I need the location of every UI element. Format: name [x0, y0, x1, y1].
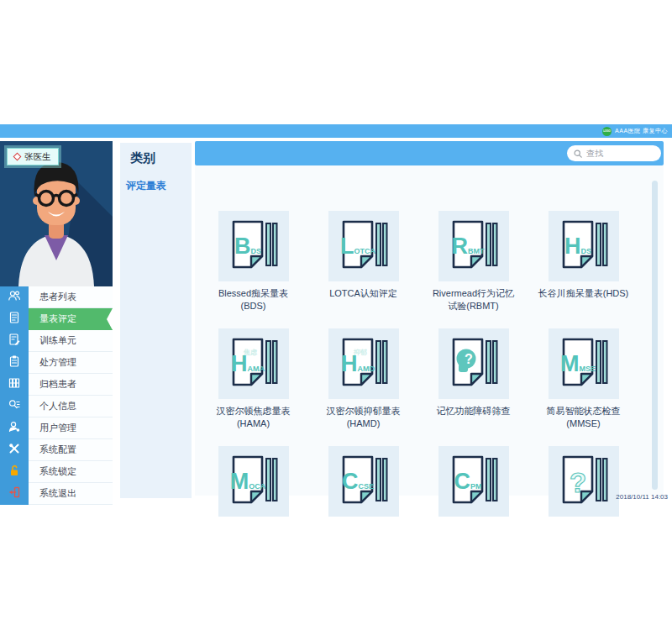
- svg-text:?: ?: [465, 352, 473, 366]
- user-name: 张医生: [24, 151, 51, 163]
- scale-card[interactable]: MMSE 简易智能状态检查(MMSE): [528, 328, 638, 446]
- scale-card-label: 汉密尔顿焦虑量表(HAMA): [217, 405, 291, 430]
- current-user-badge[interactable]: 张医生: [7, 148, 59, 165]
- category-item-assessment-scales[interactable]: 评定量表: [126, 179, 192, 193]
- document-stack-icon: MMSE: [559, 337, 609, 391]
- head-question-icon: ?: [449, 337, 499, 391]
- timestamp: 2018/10/11 14:03: [616, 493, 668, 501]
- document-stack-icon: RBMT: [449, 219, 499, 273]
- exit-icon: [8, 486, 21, 502]
- scale-card-label: LOTCA认知评定: [329, 287, 397, 300]
- document-stack-icon: MOCA: [228, 454, 279, 508]
- sidebar-item-label: 用户管理: [29, 422, 76, 434]
- category-title: 类别: [130, 150, 192, 166]
- sidebar-item-label: 系统锁定: [29, 465, 76, 478]
- sidebar-item-label: 处方管理: [29, 356, 76, 369]
- content-area: BDS Blessed痴呆量表(BDS) LOTCA LOTCA认知评定 RBM…: [195, 165, 664, 496]
- scale-card[interactable]: ?: [528, 446, 638, 564]
- prescription-icon: [8, 354, 21, 371]
- user-panel: 张医生: [0, 141, 113, 286]
- logo-icon: LOGO: [602, 127, 612, 136]
- profile-icon: [8, 398, 21, 415]
- scale-card[interactable]: 焦虑HAMA 汉密尔顿焦虑量表(HAMA): [198, 328, 308, 446]
- scale-card-label: 长谷川痴呆量表(HDS): [538, 287, 629, 300]
- sidebar-item-training[interactable]: 训练单元: [0, 330, 113, 352]
- sidebar-item-label: 量表评定: [29, 312, 76, 325]
- document-stack-icon: BDS: [228, 219, 279, 273]
- sidebar-item-assessment[interactable]: 量表评定: [0, 308, 113, 330]
- search-icon: [574, 150, 582, 158]
- sidebar-item-lock[interactable]: 系统锁定: [0, 461, 113, 483]
- sidebar-item-patients[interactable]: 患者列表: [0, 286, 113, 308]
- sidebar-item-settings[interactable]: 系统配置: [0, 439, 113, 461]
- category-panel: 类别 评定量表: [120, 143, 192, 498]
- document-stack-icon: 抑郁HAMD: [339, 337, 389, 391]
- scale-card[interactable]: RBMT Rivermead行为记忆试验(RBMT): [418, 211, 528, 328]
- sidebar-item-label: 归档患者: [29, 378, 76, 391]
- search-input[interactable]: [586, 149, 654, 158]
- sidebar-item-prescription[interactable]: 处方管理: [0, 352, 113, 374]
- question-document-icon: ?: [559, 454, 609, 508]
- search-box[interactable]: [567, 145, 661, 161]
- diamond-icon: [13, 153, 22, 161]
- vertical-scrollbar[interactable]: [652, 181, 658, 490]
- archive-icon: [8, 376, 21, 393]
- settings-icon: [8, 442, 21, 459]
- document-stack-icon: CCSE: [339, 454, 389, 508]
- scale-card[interactable]: LOTCA LOTCA认知评定: [308, 211, 418, 328]
- scale-card[interactable]: MOCA: [198, 446, 308, 564]
- svg-text:?: ?: [569, 467, 585, 498]
- sidebar-item-archive[interactable]: 归档患者: [0, 374, 113, 396]
- scale-card-grid: BDS Blessed痴呆量表(BDS) LOTCA LOTCA认知评定 RBM…: [198, 211, 638, 564]
- scale-card-label: 汉密尔顿抑郁量表(HAMD): [327, 405, 401, 430]
- assessment-icon: [8, 311, 21, 328]
- sidebar-item-label: 患者列表: [29, 291, 76, 303]
- training-icon: [8, 333, 21, 349]
- scale-card-label: 记忆功能障碍筛查: [437, 405, 511, 417]
- sidebar-menu: 患者列表 量表评定 训练单元 处方管理 归档患者 个人信息 用户管理 系统配置 …: [0, 286, 113, 505]
- user-manage-icon: [8, 420, 21, 437]
- sidebar-item-label: 训练单元: [29, 334, 76, 347]
- scale-card-label: 简易智能状态检查(MMSE): [547, 405, 621, 430]
- organization-name: AAA医院 康复中心: [615, 127, 668, 135]
- scale-card[interactable]: ? 记忆功能障碍筛查: [418, 328, 528, 446]
- document-stack-icon: HDS: [559, 219, 609, 273]
- scale-card[interactable]: CPM: [418, 446, 528, 564]
- scale-card-label: Rivermead行为记忆试验(RBMT): [433, 287, 514, 312]
- main-panel: BDS Blessed痴呆量表(BDS) LOTCA LOTCA认知评定 RBM…: [195, 141, 664, 496]
- document-stack-icon: 焦虑HAMA: [228, 337, 279, 391]
- sidebar-item-exit[interactable]: 系统退出: [0, 483, 113, 505]
- scale-card[interactable]: HDS 长谷川痴呆量表(HDS): [528, 211, 638, 328]
- document-stack-icon: CPM: [449, 454, 499, 508]
- sidebar-item-user-manage[interactable]: 用户管理: [0, 417, 113, 439]
- scale-card[interactable]: BDS Blessed痴呆量表(BDS): [198, 211, 308, 328]
- top-bar: LOGO AAA医院 康复中心: [0, 124, 672, 138]
- sidebar-item-profile[interactable]: 个人信息: [0, 396, 113, 417]
- lock-icon: [8, 464, 21, 480]
- patients-icon: [8, 289, 21, 306]
- sidebar-item-label: 个人信息: [29, 400, 76, 412]
- content-header-bar: [195, 141, 664, 165]
- document-stack-icon: LOTCA: [339, 219, 389, 273]
- sidebar-item-label: 系统配置: [29, 444, 76, 456]
- sidebar-item-label: 系统退出: [29, 487, 76, 500]
- app-window: LOGO AAA医院 康复中心 张医生: [0, 0, 672, 630]
- scale-card-label: Blessed痴呆量表(BDS): [218, 287, 288, 312]
- scale-card[interactable]: CCSE: [308, 446, 418, 564]
- scale-card[interactable]: 抑郁HAMD 汉密尔顿抑郁量表(HAMD): [308, 328, 418, 446]
